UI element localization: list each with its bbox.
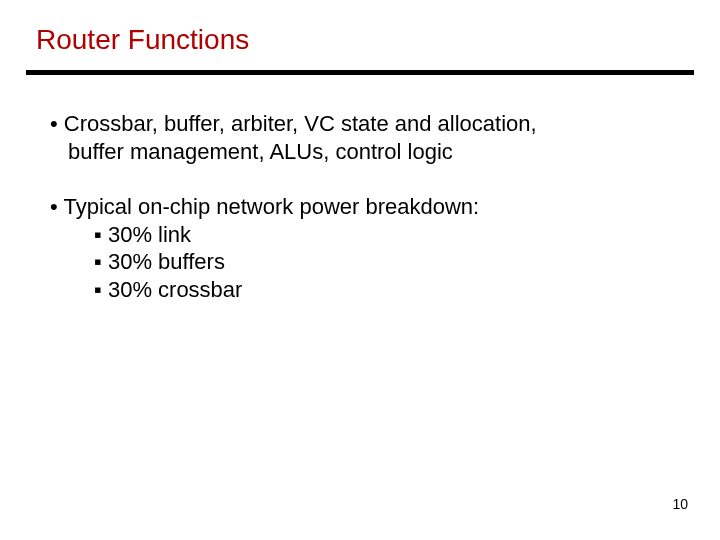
bullet-2-sub-2: ▪ 30% buffers <box>50 248 670 276</box>
bullet-2-sub-1: ▪ 30% link <box>50 221 670 249</box>
title-underline <box>26 70 694 75</box>
sub-text: ▪ 30% buffers <box>94 249 225 274</box>
bullet-1-line-1: • Crossbar, buffer, arbiter, VC state an… <box>50 110 670 138</box>
bullet-2: • Typical on-chip network power breakdow… <box>50 193 670 303</box>
sub-text: ▪ 30% crossbar <box>94 277 242 302</box>
slide-body: • Crossbar, buffer, arbiter, VC state an… <box>50 110 670 303</box>
bullet-1-line-2: buffer management, ALUs, control logic <box>50 138 670 166</box>
page-number: 10 <box>672 496 688 512</box>
slide-title: Router Functions <box>36 24 249 56</box>
bullet-2-sub-3: ▪ 30% crossbar <box>50 276 670 304</box>
sub-text: ▪ 30% link <box>94 222 191 247</box>
bullet-2-head: • Typical on-chip network power breakdow… <box>50 193 670 221</box>
slide: Router Functions • Crossbar, buffer, arb… <box>0 0 720 540</box>
bullet-1: • Crossbar, buffer, arbiter, VC state an… <box>50 110 670 165</box>
